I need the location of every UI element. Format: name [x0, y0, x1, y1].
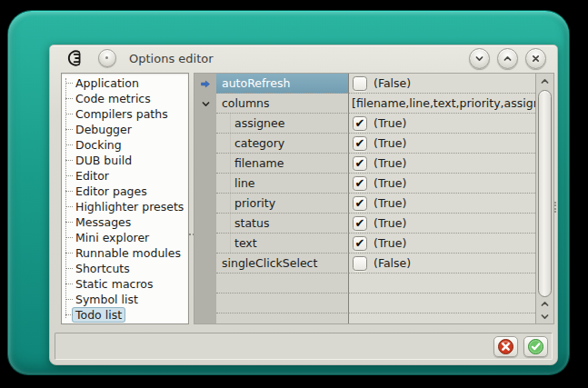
- resize-grip[interactable]: [554, 202, 556, 213]
- checkbox-singleClickSelect[interactable]: [353, 256, 367, 271]
- window-menu-button[interactable]: [98, 49, 116, 67]
- close-button[interactable]: [525, 48, 546, 69]
- sidebar-item-code-metrics[interactable]: Code metrics: [62, 91, 188, 106]
- property-value: (True): [349, 174, 535, 194]
- red-cross-icon: [497, 338, 514, 355]
- sidebar-item-label: Runnable modules: [75, 246, 181, 260]
- checkbox-assignee[interactable]: [353, 116, 367, 131]
- scrollbar-thumb[interactable]: [538, 90, 552, 297]
- checkbox-category[interactable]: [353, 136, 367, 151]
- property-row: text(True): [194, 234, 535, 254]
- sidebar-item-compilers-paths[interactable]: Compilers paths: [62, 106, 188, 122]
- property-value: (True): [349, 134, 535, 154]
- scroll-up-icon[interactable]: [536, 75, 553, 87]
- accept-button[interactable]: [523, 336, 548, 357]
- checkbox-priority[interactable]: [353, 196, 367, 211]
- gutter-cell: [194, 134, 216, 154]
- property-name-category[interactable]: category: [216, 134, 349, 154]
- property-row: category(True): [194, 134, 535, 154]
- sidebar-item-label: Mini explorer: [75, 231, 149, 244]
- sidebar-item-label: Messages: [75, 215, 131, 229]
- property-value: (False): [349, 254, 535, 274]
- sidebar-item-runnable-modules[interactable]: Runnable modules: [62, 245, 188, 261]
- property-name-line[interactable]: line: [216, 174, 349, 194]
- value-label: (True): [374, 156, 406, 170]
- sidebar-item-label: Todo list: [72, 307, 125, 323]
- scroll-up-icon[interactable]: [536, 297, 553, 310]
- property-name-autoRefresh[interactable]: autoRefresh: [216, 74, 349, 94]
- sidebar-item-label: Symbol list: [75, 293, 138, 306]
- chevron-down-icon[interactable]: [194, 94, 216, 114]
- property-name-columns[interactable]: columns: [216, 94, 349, 114]
- property-value: (True): [349, 154, 535, 174]
- empty-row: [194, 293, 535, 313]
- blue-arrow-right-icon: [194, 74, 216, 94]
- minimize-button[interactable]: [469, 48, 490, 69]
- value-label: (False): [374, 256, 411, 270]
- cancel-button[interactable]: [493, 336, 518, 357]
- sidebar-item-messages[interactable]: Messages: [62, 214, 188, 230]
- sidebar-item-label: Editor: [75, 169, 109, 183]
- scroll-down-icon[interactable]: [536, 310, 553, 323]
- property-row: line(True): [194, 174, 535, 194]
- property-name-priority[interactable]: priority: [216, 194, 349, 214]
- titlebar-controls: [469, 48, 546, 69]
- sidebar-item-label: Application: [75, 76, 139, 90]
- sidebar-item-highlighter-presets[interactable]: Highlighter presets: [62, 199, 188, 214]
- sidebar-item-label: Docking: [75, 138, 122, 152]
- green-check-icon: [527, 338, 544, 355]
- property-name-status[interactable]: status: [216, 214, 349, 234]
- sidebar-item-dub-build[interactable]: DUB build: [62, 153, 188, 168]
- value-label: (True): [374, 136, 406, 150]
- gutter-cell: [194, 254, 216, 274]
- checkbox-filename[interactable]: [353, 156, 367, 171]
- sidebar-item-editor[interactable]: Editor: [62, 168, 188, 184]
- window-frame: Options editor ApplicationCode metricsCo…: [8, 11, 569, 374]
- property-row: singleClickSelect(False): [194, 254, 535, 274]
- property-value: (True): [349, 114, 535, 134]
- property-value: [filename,line,text,priority,assignee: [349, 94, 535, 114]
- property-name-text[interactable]: text: [216, 234, 349, 254]
- property-name-singleClickSelect[interactable]: singleClickSelect: [216, 254, 349, 274]
- property-row: autoRefresh(False): [194, 74, 535, 94]
- property-row: assignee(True): [194, 114, 535, 134]
- property-value: (True): [349, 194, 535, 214]
- options-editor-window: Options editor ApplicationCode metricsCo…: [49, 45, 558, 365]
- empty-name-cell: [216, 274, 349, 293]
- gutter-cell: [194, 234, 216, 254]
- value-label: (True): [374, 236, 406, 250]
- property-name-filename[interactable]: filename: [216, 154, 349, 174]
- sidebar-item-shortcuts[interactable]: Shortcuts: [62, 261, 188, 276]
- checkbox-text[interactable]: [353, 236, 367, 251]
- sidebar-item-static-macros[interactable]: Static macros: [62, 276, 188, 292]
- property-value: (True): [349, 234, 535, 254]
- titlebar: Options editor: [50, 45, 557, 71]
- app-logo-icon: [66, 49, 85, 67]
- sidebar-item-mini-explorer[interactable]: Mini explorer: [62, 230, 188, 245]
- value-label: (True): [374, 116, 406, 130]
- value-label: (True): [374, 176, 406, 190]
- sidebar-item-application[interactable]: Application: [62, 75, 188, 91]
- checkbox-status[interactable]: [353, 216, 367, 231]
- vertical-scrollbar[interactable]: [535, 74, 553, 323]
- sidebar-item-label: Static macros: [75, 277, 153, 291]
- property-name-assignee[interactable]: assignee: [216, 114, 349, 134]
- sidebar-item-todo-list[interactable]: Todo list: [62, 307, 188, 323]
- checkbox-autoRefresh[interactable]: [353, 76, 367, 91]
- sidebar-item-symbol-list[interactable]: Symbol list: [62, 292, 188, 307]
- sidebar-item-debugger[interactable]: Debugger: [62, 122, 188, 137]
- sidebar-item-label: Highlighter presets: [75, 200, 184, 214]
- chevron-up-icon: [503, 54, 513, 64]
- sidebar-item-docking[interactable]: Docking: [62, 137, 188, 153]
- maximize-button[interactable]: [497, 48, 518, 69]
- sidebar-item-editor-pages[interactable]: Editor pages: [62, 184, 188, 199]
- value-text[interactable]: [filename,line,text,priority,assignee: [349, 96, 535, 110]
- sidebar-item-label: Shortcuts: [75, 262, 130, 275]
- empty-value-cell: [349, 274, 535, 293]
- property-value: (False): [349, 74, 535, 94]
- gutter-cell: [194, 214, 216, 234]
- checkbox-line[interactable]: [353, 176, 367, 191]
- gutter-cell: [194, 194, 216, 214]
- gutter-cell: [194, 274, 216, 293]
- gutter-cell: [194, 154, 216, 174]
